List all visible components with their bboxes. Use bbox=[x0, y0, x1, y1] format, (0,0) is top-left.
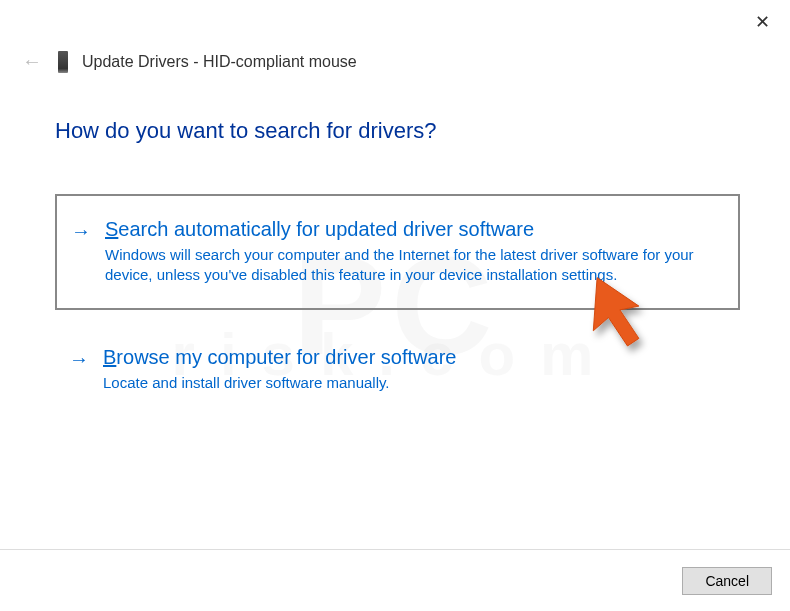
browse-my-computer-option[interactable]: → Browse my computer for driver software… bbox=[55, 324, 740, 415]
close-button[interactable]: ✕ bbox=[752, 12, 772, 32]
search-automatically-option[interactable]: → Search automatically for updated drive… bbox=[55, 194, 740, 310]
back-arrow-icon: ← bbox=[20, 50, 44, 73]
page-heading: How do you want to search for drivers? bbox=[0, 73, 790, 144]
option-title: Browse my computer for driver software bbox=[103, 346, 722, 369]
cancel-button[interactable]: Cancel bbox=[682, 567, 772, 595]
arrow-right-icon: → bbox=[69, 346, 89, 393]
close-icon: ✕ bbox=[755, 11, 770, 33]
device-icon bbox=[58, 51, 68, 73]
option-description: Windows will search your computer and th… bbox=[105, 245, 720, 286]
window-title: Update Drivers - HID-compliant mouse bbox=[82, 53, 357, 71]
option-title: Search automatically for updated driver … bbox=[105, 218, 720, 241]
option-description: Locate and install driver software manua… bbox=[103, 373, 722, 393]
window-header: ← Update Drivers - HID-compliant mouse bbox=[0, 0, 790, 73]
arrow-right-icon: → bbox=[71, 218, 91, 286]
dialog-footer: Cancel bbox=[0, 549, 790, 611]
